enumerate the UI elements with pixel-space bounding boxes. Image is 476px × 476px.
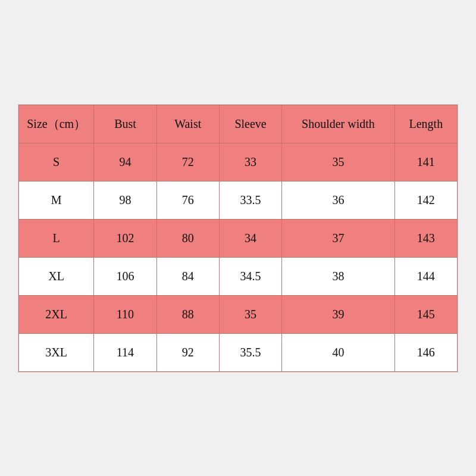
table-row: XL1068434.538144: [19, 257, 458, 295]
table-cell: 94: [94, 143, 156, 181]
table-cell: S: [19, 143, 94, 181]
table-cell: 84: [156, 257, 219, 295]
table-cell: M: [19, 181, 94, 219]
table-cell: 34: [219, 219, 281, 257]
table-cell: 37: [282, 219, 395, 257]
table-cell: 146: [394, 333, 457, 371]
table-row: 3XL1149235.540146: [19, 333, 458, 371]
table-cell: 76: [156, 181, 219, 219]
table-header-row: Size（cm） Bust Waist Sleeve Shoulder widt…: [19, 105, 458, 143]
table-cell: 34.5: [219, 257, 281, 295]
table-row: M987633.536142: [19, 181, 458, 219]
table-cell: 33: [219, 143, 281, 181]
table-cell: 39: [282, 295, 395, 333]
header-sleeve: Sleeve: [219, 105, 281, 143]
table-cell: 102: [94, 219, 156, 257]
table-cell: 92: [156, 333, 219, 371]
size-chart-container: Size（cm） Bust Waist Sleeve Shoulder widt…: [18, 104, 458, 372]
table-cell: 98: [94, 181, 156, 219]
table-cell: 141: [394, 143, 457, 181]
table-cell: 35.5: [219, 333, 281, 371]
table-cell: 88: [156, 295, 219, 333]
table-cell: 110: [94, 295, 156, 333]
table-cell: 2XL: [19, 295, 94, 333]
table-cell: 35: [282, 143, 395, 181]
table-cell: 114: [94, 333, 156, 371]
table-row: L102803437143: [19, 219, 458, 257]
table-cell: 35: [219, 295, 281, 333]
table-row: S94723335141: [19, 143, 458, 181]
table-cell: 38: [282, 257, 395, 295]
table-cell: XL: [19, 257, 94, 295]
table-cell: 145: [394, 295, 457, 333]
table-cell: 36: [282, 181, 395, 219]
header-size: Size（cm）: [19, 105, 94, 143]
table-cell: 3XL: [19, 333, 94, 371]
table-cell: 40: [282, 333, 395, 371]
table-cell: 144: [394, 257, 457, 295]
table-cell: 33.5: [219, 181, 281, 219]
table-cell: L: [19, 219, 94, 257]
header-waist: Waist: [156, 105, 219, 143]
table-cell: 143: [394, 219, 457, 257]
table-cell: 72: [156, 143, 219, 181]
header-length: Length: [394, 105, 457, 143]
table-cell: 80: [156, 219, 219, 257]
header-bust: Bust: [94, 105, 156, 143]
table-cell: 142: [394, 181, 457, 219]
table-row: 2XL110883539145: [19, 295, 458, 333]
size-chart-table: Size（cm） Bust Waist Sleeve Shoulder widt…: [18, 105, 458, 372]
table-cell: 106: [94, 257, 156, 295]
header-shoulder: Shoulder width: [282, 105, 395, 143]
